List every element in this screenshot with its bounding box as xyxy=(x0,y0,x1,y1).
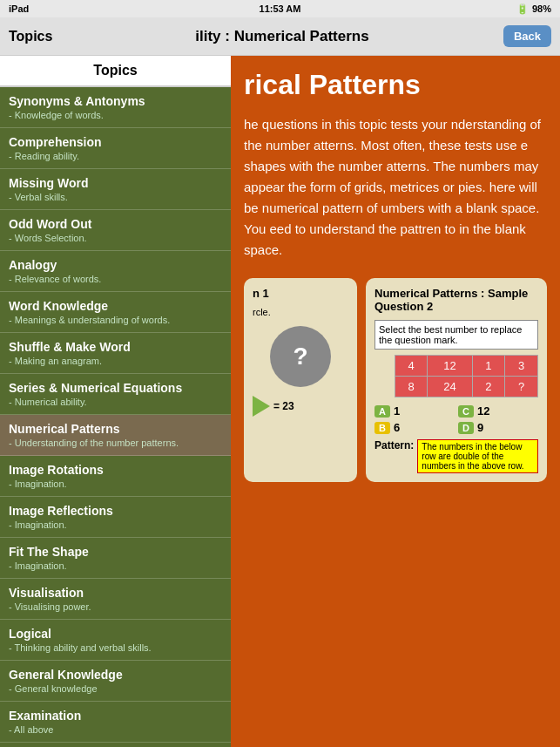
sidebar-item-title: Visualisation xyxy=(9,586,222,600)
sidebar-item-subtitle: - Knowledge of words. xyxy=(9,110,222,120)
sidebar-item-title: Word Knowledge xyxy=(9,299,222,313)
status-right: 🔋 98% xyxy=(516,3,551,15)
label-a: A xyxy=(374,405,390,418)
sidebar-item-subtitle: - Words Selection. xyxy=(9,233,222,243)
status-bar: iPad 11:53 AM 🔋 98% xyxy=(0,0,560,17)
sidebar-item-title: Odd Word Out xyxy=(9,217,222,231)
sidebar-item-title: Missing Word xyxy=(9,176,222,190)
sidebar-item-subtitle: - Imagination. xyxy=(9,479,222,489)
sidebar-item-word-knowledge[interactable]: Word Knowledge- Meanings & understanding… xyxy=(0,292,231,333)
sample1-equals-row: = 23 xyxy=(253,396,348,417)
answer-option-b: B 6 xyxy=(374,421,455,434)
header-sidebar-title: Topics xyxy=(9,29,52,44)
arrow-icon xyxy=(253,396,270,417)
sidebar-item-title: Image Rotations xyxy=(9,463,222,477)
label-c: C xyxy=(458,405,474,418)
battery-icon: 🔋 xyxy=(516,3,529,15)
sidebar-item-title: Comprehension xyxy=(9,135,222,149)
sidebar-item-title: Numerical Patterns xyxy=(9,422,222,436)
grid-cell: 2 xyxy=(472,377,505,397)
sidebar-item-image-reflections[interactable]: Image Reflections- Imagination. xyxy=(0,497,231,538)
sidebar-item-series[interactable]: Series & Numerical Equations- Numerical … xyxy=(0,374,231,415)
value-a: 1 xyxy=(394,404,400,418)
value-b: 6 xyxy=(394,421,400,434)
sidebar-item-title: Examination xyxy=(9,709,222,723)
pattern-note: Pattern: The numbers in the below row ar… xyxy=(374,439,538,473)
label-d: D xyxy=(458,422,474,434)
answer-option-a: A 1 xyxy=(374,404,455,418)
sidebar-item-examination[interactable]: Examination- All above xyxy=(0,702,231,743)
sample-box-1: n 1 rcle. ? = 23 xyxy=(244,278,357,482)
label-b: B xyxy=(374,422,390,434)
sample2-instruction: Select the best number to replace the qu… xyxy=(374,320,538,350)
topic-description: he questions in this topic tests your nd… xyxy=(244,114,547,261)
sidebar-item-image-rotations[interactable]: Image Rotations- Imagination. xyxy=(0,456,231,497)
value-c: 12 xyxy=(477,404,489,418)
sidebar-item-odd-word[interactable]: Odd Word Out- Words Selection. xyxy=(0,210,231,251)
header-bar: Topics ility : Numerical Patterns Back xyxy=(0,17,560,56)
device-label: iPad xyxy=(9,3,29,14)
sidebar-item-subtitle: - Understanding of the number patterns. xyxy=(9,438,222,448)
sidebar-item-visualisation[interactable]: Visualisation- Visualising power. xyxy=(0,579,231,620)
sidebar-item-subtitle: - Reading ability. xyxy=(9,151,222,161)
sidebar-item-title: Analogy xyxy=(9,258,222,272)
sidebar-item-title: Fit The Shape xyxy=(9,545,222,559)
content-area: rical Patterns he questions in this topi… xyxy=(231,56,560,747)
sidebar-item-subtitle: - Relevance of words. xyxy=(9,274,222,284)
sidebar-item-missing-word[interactable]: Missing Word- Verbal skills. xyxy=(0,169,231,210)
header-left-spacer: Topics xyxy=(9,29,61,44)
sidebar-item-subtitle: - General knowledge xyxy=(9,683,222,694)
sidebar-item-title: Logical xyxy=(9,627,222,641)
header-title: ility : Numerical Patterns xyxy=(61,28,503,45)
sidebar-item-subtitle: - All above xyxy=(9,724,222,735)
sidebar-item-numerical-patterns[interactable]: Numerical Patterns- Understanding of the… xyxy=(0,415,231,456)
question-mark-icon: ? xyxy=(293,343,307,370)
grid-cell: 1 xyxy=(472,356,505,377)
sidebar-item-fit-shape[interactable]: Fit The Shape- Imagination. xyxy=(0,538,231,579)
sample1-instruction: rcle. xyxy=(253,307,348,317)
sample2-title: Numerical Patterns : Sample Question 2 xyxy=(374,287,538,313)
sidebar-item-comprehension[interactable]: Comprehension- Reading ability. xyxy=(0,128,231,169)
battery-level: 98% xyxy=(532,3,551,14)
sidebar-header: Topics xyxy=(0,56,231,87)
sidebar-item-subtitle: - Numerical ability. xyxy=(9,397,222,407)
sidebar-item-subtitle: - Imagination. xyxy=(9,560,222,571)
sample-box-2: Numerical Patterns : Sample Question 2 S… xyxy=(366,278,547,482)
sidebar-item-subtitle: - Verbal skills. xyxy=(9,192,222,202)
sidebar-item-title: Image Reflections xyxy=(9,504,222,518)
grid-cell: 12 xyxy=(428,356,472,377)
sidebar-item-title: General Knowledge xyxy=(9,668,222,682)
answer-option-d: D 9 xyxy=(458,421,538,434)
grid-row-2: 8 24 2 ? xyxy=(374,377,538,397)
sidebar-item-general-knowledge[interactable]: General Knowledge- General knowledge xyxy=(0,661,231,702)
grid-cell-qmark: ? xyxy=(505,377,538,397)
value-d: 9 xyxy=(477,421,483,434)
pattern-label: Pattern: xyxy=(374,439,414,452)
sidebar-item-analogy[interactable]: Analogy- Relevance of words. xyxy=(0,251,231,292)
sidebar-item-title: Synonyms & Antonyms xyxy=(9,94,222,108)
sidebar-item-shuffle[interactable]: Shuffle & Make Word- Making an anagram. xyxy=(0,333,231,374)
sidebar-item-subtitle: - Making an anagram. xyxy=(9,356,222,366)
answer-options: A 1 C 12 B 6 D 9 xyxy=(374,404,538,434)
sample1-equals: = 23 xyxy=(273,400,294,412)
grid-cell: 4 xyxy=(395,356,428,377)
back-button[interactable]: Back xyxy=(503,25,551,47)
sidebar-item-logical[interactable]: Logical- Thinking ability and verbal ski… xyxy=(0,620,231,661)
sidebar-item-title: Series & Numerical Equations xyxy=(9,381,222,395)
grid-cell: 3 xyxy=(505,356,538,377)
pattern-text: The numbers in the below row are double … xyxy=(417,439,538,473)
answer-option-c: C 12 xyxy=(458,404,538,418)
sample1-circle: ? xyxy=(270,326,331,387)
sidebar: Topics Synonyms & Antonyms- Knowledge of… xyxy=(0,56,231,747)
grid-cell: 24 xyxy=(428,377,472,397)
sidebar-item-subtitle: - Visualising power. xyxy=(9,601,222,612)
sample1-label: n 1 xyxy=(253,287,348,300)
questions-row: n 1 rcle. ? = 23 Numerical Patterns : Sa… xyxy=(244,278,547,482)
sidebar-item-subtitle: - Thinking ability and verbal skills. xyxy=(9,642,222,653)
main-container: Topics Synonyms & Antonyms- Knowledge of… xyxy=(0,56,560,747)
number-grid: 4 12 1 3 8 24 2 ? xyxy=(374,355,538,397)
topic-title: rical Patterns xyxy=(244,69,547,101)
grid-cell: 8 xyxy=(395,377,428,397)
sidebar-item-subtitle: - Meanings & understanding of words. xyxy=(9,315,222,325)
sidebar-item-synonyms[interactable]: Synonyms & Antonyms- Knowledge of words. xyxy=(0,87,231,128)
